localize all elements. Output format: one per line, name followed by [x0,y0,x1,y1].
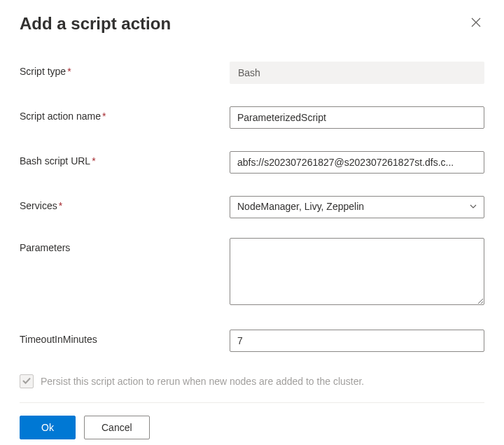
script-type-label: Script type* [20,62,230,77]
persist-label: Persist this script action to rerun when… [41,376,364,387]
required-asterisk: * [67,66,71,77]
cancel-button[interactable]: Cancel [84,416,150,439]
parameters-row: Parameters [20,238,484,307]
panel-footer: Ok Cancel [20,402,484,439]
script-type-control: Bash [230,62,484,84]
timeout-control [230,330,484,352]
script-action-name-input[interactable] [230,106,484,129]
script-action-name-label-text: Script action name [20,111,101,122]
bash-script-url-label-text: Bash script URL [20,155,90,167]
panel-header: Add a script action [20,14,484,34]
ok-button[interactable]: Ok [20,416,76,439]
timeout-row: TimeoutInMinutes [20,330,484,352]
timeout-input[interactable] [230,330,484,352]
required-asterisk: * [92,155,95,167]
persist-row: Persist this script action to rerun when… [20,374,484,388]
services-label-text: Services [20,200,57,211]
bash-script-url-input[interactable] [230,151,484,174]
parameters-input[interactable] [230,238,484,305]
add-script-action-panel: Add a script action Script type* Bash Sc… [0,0,504,445]
timeout-label: TimeoutInMinutes [20,330,230,345]
parameters-control [230,238,484,307]
bash-script-url-control [230,151,484,174]
script-type-label-text: Script type [20,66,66,77]
services-select-wrap: NodeManager, Livy, Zeppelin [230,196,484,218]
close-icon [470,18,482,30]
script-type-value: Bash [230,62,484,84]
bash-script-url-label: Bash script URL* [20,151,230,167]
required-asterisk: * [59,200,62,211]
services-control: NodeManager, Livy, Zeppelin [230,196,484,218]
script-action-name-label: Script action name* [20,106,230,122]
required-asterisk: * [102,111,106,122]
persist-checkbox [20,374,34,388]
form-body: Script type* Bash Script action name* Ba… [20,62,484,402]
script-action-name-row: Script action name* [20,106,484,129]
parameters-label: Parameters [20,238,230,253]
checkmark-icon [22,376,31,388]
services-select[interactable]: NodeManager, Livy, Zeppelin [230,196,484,218]
services-row: Services* NodeManager, Livy, Zeppelin [20,196,484,218]
close-button[interactable] [468,14,484,34]
panel-title: Add a script action [20,14,171,34]
bash-script-url-row: Bash script URL* [20,151,484,174]
services-label: Services* [20,196,230,211]
script-type-row: Script type* Bash [20,62,484,84]
script-action-name-control [230,106,484,129]
